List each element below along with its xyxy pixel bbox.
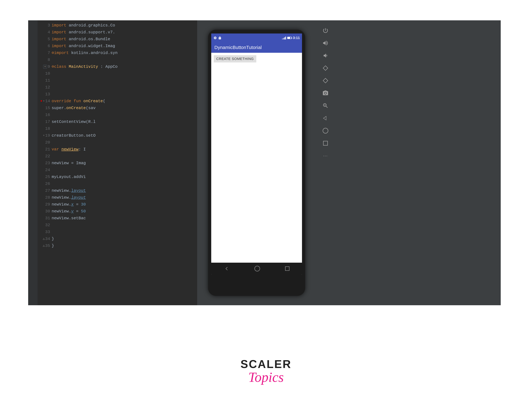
code-line-3: import android.graphics.Co [52,22,197,29]
code-line-32 [52,222,197,229]
nav-home-button[interactable] [254,266,260,271]
code-line-24 [52,167,197,174]
svg-marker-0 [323,66,328,71]
code-line-4: import android.support.v7. [52,29,197,36]
line-number: △ 35 [43,242,50,249]
line-number: ▿ 19 [43,132,50,139]
code-line-34: } [52,235,197,242]
app-toolbar: DynamicButtonTutorial [211,42,302,53]
status-time: 3:11 [293,36,300,40]
code-line-9: ⊖class MainActivity : AppCo [52,63,197,70]
line-number: 21 [45,146,50,153]
phone-screen: 3:11 DynamicButtonTutorial CREATE SOMETH… [211,33,302,275]
code-line-10 [52,70,197,77]
status-right-icons: 3:11 [282,36,300,40]
line-number: 23 [45,160,50,167]
line-number: 24 [45,167,50,174]
code-line-7: ⊖import kotlinx.android.syn [52,50,197,56]
code-line-13 [52,91,197,98]
create-something-button[interactable]: CREATE SOMETHING [214,55,256,63]
emulator-recent-button[interactable] [320,138,331,149]
svg-marker-3 [323,116,326,120]
line-number: △ 34 [43,235,50,242]
line-number: 18 [45,125,50,132]
line-number: 12 [45,84,50,91]
line-number: 8 [48,56,50,63]
volume-up-button[interactable] [320,38,331,49]
svg-point-2 [325,92,326,94]
line-number: 28 [45,194,50,201]
emulator-back-button[interactable] [320,113,331,124]
code-line-18 [52,125,197,132]
left-gutter [28,20,38,305]
volume-down-button[interactable] [320,50,331,61]
code-line-26 [52,180,197,187]
line-number: 17 [45,118,50,125]
line-number: 4 [48,29,50,36]
line-number: 5 [48,36,50,43]
battery-icon [287,37,292,39]
zoom-in-button[interactable] [320,100,331,111]
line-number: 33 [45,229,50,235]
nav-recent-button[interactable] [285,266,290,271]
line-number: 22 [45,153,50,160]
code-line-14: override fun onCreate( [52,98,197,105]
gear-icon [213,36,217,40]
nav-back-button[interactable] [224,266,229,271]
line-numbers-panel: 3 4 5 6 7 8 ⊙ 9 10 11 12 13 ● ▿ 14 [38,20,52,305]
line-number: 26 [45,180,50,187]
svg-marker-1 [323,78,328,83]
phone-status-bar: 3:11 [211,33,302,42]
line-number: ● ▿ 14 [40,98,50,105]
code-line-22 [52,153,197,160]
code-line-8 [52,56,197,63]
emulator-home-button[interactable] [320,125,331,136]
code-line-16 [52,111,197,118]
code-line-29: newView.x = 30 [52,201,197,208]
code-line-21: var newView: I [52,146,197,153]
line-number: 10 [45,70,50,77]
phone-nav-bar [211,263,302,275]
code-line-17: setContentView(R.l [52,118,197,125]
emulator-area: 3:11 DynamicButtonTutorial CREATE SOMETH… [197,20,316,305]
code-line-31: newView.setBac [52,215,197,222]
screenshot-area: 3 4 5 6 7 8 ⊙ 9 10 11 12 13 ● ▿ 14 [28,20,501,305]
code-line-28: newView.layout [52,194,197,201]
code-line-20 [52,139,197,146]
line-number: 3 [48,22,50,29]
code-line-27: newView.layout [52,187,197,194]
code-line-12 [52,84,197,91]
right-toolbar-panel: ··· [316,20,335,305]
line-number: 16 [45,111,50,118]
rotate-cw-button[interactable] [320,63,331,74]
status-left-icons [213,36,222,40]
line-number: 27 [45,187,50,194]
power-button[interactable] [320,25,331,36]
logo-topics: Topics [248,370,284,385]
code-line-23: newView = Imag [52,160,197,167]
logo-scaler: SCALER [241,359,291,370]
code-line-30: newView.y = 50 [52,208,197,215]
signal-icon [282,36,286,39]
code-line-35: } [52,242,197,249]
page-wrapper: 3 4 5 6 7 8 ⊙ 9 10 11 12 13 ● ▿ 14 [0,0,532,399]
logo-area: SCALER Topics [241,359,291,385]
code-lines: import android.graphics.Co import androi… [52,20,197,305]
app-content: CREATE SOMETHING [211,53,302,263]
line-number: 13 [45,91,50,98]
line-number: ⊙ 9 [43,63,50,70]
more-dots-icon: ··· [323,154,328,158]
line-number: 32 [45,222,50,229]
code-line-19: creatorButton.setO [52,132,197,139]
line-number: 29 [45,201,50,208]
line-number: 30 [45,208,50,215]
code-line-33 [52,229,197,235]
line-number: 15 [45,105,50,111]
more-options-button[interactable]: ··· [320,150,331,161]
right-gutter [335,20,501,305]
line-number: 20 [45,139,50,146]
screenshot-button[interactable] [320,88,331,99]
code-line-25: myLayout.addVi [52,174,197,180]
code-line-6: import android.widget.Imag [52,43,197,50]
rotate-ccw-button[interactable] [320,75,331,86]
